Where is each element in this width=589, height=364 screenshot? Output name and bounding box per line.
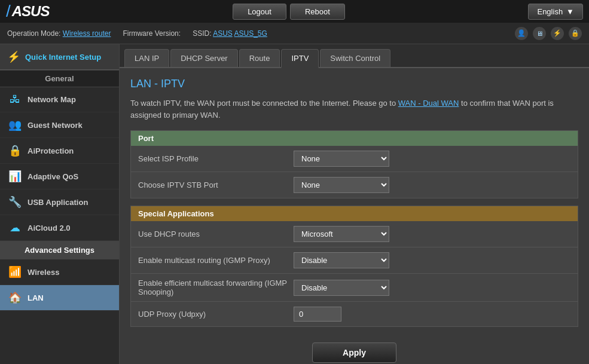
general-section-header: General bbox=[0, 70, 119, 87]
sidebar-item-label: Wireless bbox=[28, 268, 59, 277]
lock-icon[interactable]: 🔒 bbox=[569, 27, 582, 40]
wireless-icon: 📶 bbox=[8, 265, 22, 279]
language-button[interactable]: English ▼ bbox=[528, 4, 583, 20]
info-left: Operation Mode: Wireless router Firmware… bbox=[7, 29, 267, 38]
select-isp-profile-control: None Manual Russia (Rostelecom) bbox=[294, 151, 570, 167]
tab-iptv[interactable]: IPTV bbox=[281, 49, 319, 68]
igmp-snooping-control: Disable Enable bbox=[294, 280, 570, 296]
ssid-5g-value[interactable]: ASUS_5G bbox=[234, 29, 267, 38]
usb-application-icon: 🔧 bbox=[8, 195, 22, 209]
top-bar: / ASUS Logout Reboot English ▼ bbox=[0, 0, 589, 23]
sidebar-item-aicloud[interactable]: ☁ AiCloud 2.0 bbox=[0, 215, 119, 241]
udp-proxy-input[interactable] bbox=[294, 307, 341, 322]
tab-bar: LAN IP DHCP Server Route IPTV Switch Con… bbox=[120, 44, 589, 68]
quick-internet-setup[interactable]: ⚡ Quick Internet Setup bbox=[0, 44, 119, 70]
advanced-settings-header: Advanced Settings bbox=[0, 241, 119, 259]
igmp-snooping-row: Enable efficient multicast forwarding (I… bbox=[131, 274, 578, 302]
info-bar: Operation Mode: Wireless router Firmware… bbox=[0, 23, 589, 44]
sidebar-item-guest-network[interactable]: 👥 Guest Network bbox=[0, 112, 119, 138]
igmp-proxy-control: Disable Enable bbox=[294, 252, 570, 268]
ssid-info: SSID: ASUS ASUS_5G bbox=[193, 29, 267, 38]
special-applications-section: Special Applications Use DHCP routes Mic… bbox=[130, 206, 578, 327]
aiprotection-icon: 🔒 bbox=[8, 144, 22, 157]
sidebar-item-label: AiCloud 2.0 bbox=[28, 224, 71, 233]
apply-row: Apply bbox=[130, 334, 578, 364]
wan-dual-wan-link[interactable]: WAN - Dual WAN bbox=[398, 99, 459, 108]
page-content: LAN - IPTV To watch IPTV, the WAN port m… bbox=[120, 68, 589, 364]
user-icon[interactable]: 👤 bbox=[515, 27, 528, 40]
logo-text: ASUS bbox=[12, 3, 50, 20]
lan-icon: 🏠 bbox=[8, 291, 22, 304]
use-dhcp-routes-control: Microsoft No Yes bbox=[294, 226, 570, 242]
sidebar-item-label: Guest Network bbox=[28, 121, 83, 130]
usb-icon[interactable]: ⚡ bbox=[551, 27, 564, 40]
info-right: 👤 🖥 ⚡ 🔒 bbox=[515, 27, 582, 40]
top-buttons: Logout Reboot bbox=[233, 4, 345, 20]
sidebar-item-network-map[interactable]: 🖧 Network Map bbox=[0, 87, 119, 112]
main-layout: ⚡ Quick Internet Setup General 🖧 Network… bbox=[0, 44, 589, 364]
quick-setup-icon: ⚡ bbox=[7, 50, 20, 63]
select-isp-profile-input[interactable]: None Manual Russia (Rostelecom) bbox=[294, 151, 389, 167]
select-isp-profile-row: Select ISP Profile None Manual Russia (R… bbox=[131, 146, 578, 172]
sidebar-item-usb-application[interactable]: 🔧 USB Application bbox=[0, 189, 119, 215]
igmp-snooping-label: Enable efficient multicast forwarding (I… bbox=[138, 279, 294, 296]
chevron-down-icon: ▼ bbox=[566, 7, 574, 16]
operation-mode-label: Operation Mode: Wireless router bbox=[7, 29, 111, 38]
language-selector[interactable]: English ▼ bbox=[528, 4, 583, 20]
choose-iptv-stb-port-control: None LAN1 LAN2 LAN3 LAN4 bbox=[294, 177, 570, 193]
use-dhcp-routes-label: Use DHCP routes bbox=[138, 230, 294, 238]
aicloud-icon: ☁ bbox=[8, 221, 22, 234]
igmp-proxy-input[interactable]: Disable Enable bbox=[294, 252, 389, 268]
sidebar: ⚡ Quick Internet Setup General 🖧 Network… bbox=[0, 44, 120, 364]
tab-switch-control[interactable]: Switch Control bbox=[320, 49, 390, 67]
sidebar-item-aiprotection[interactable]: 🔒 AiProtection bbox=[0, 138, 119, 164]
content-area: LAN IP DHCP Server Route IPTV Switch Con… bbox=[120, 44, 589, 364]
choose-iptv-stb-port-input[interactable]: None LAN1 LAN2 LAN3 LAN4 bbox=[294, 177, 389, 193]
igmp-proxy-label: Enable multicast routing (IGMP Proxy) bbox=[138, 256, 294, 265]
apply-button[interactable]: Apply bbox=[312, 342, 396, 363]
udp-proxy-label: UDP Proxy (Udpxy) bbox=[138, 310, 294, 319]
use-dhcp-routes-input[interactable]: Microsoft No Yes bbox=[294, 226, 389, 242]
udp-proxy-row: UDP Proxy (Udpxy) bbox=[131, 302, 578, 326]
logo: / ASUS bbox=[6, 2, 49, 21]
select-isp-profile-label: Select ISP Profile bbox=[138, 154, 294, 163]
tab-lan-ip[interactable]: LAN IP bbox=[124, 49, 169, 67]
sidebar-item-label: USB Application bbox=[28, 198, 88, 207]
port-section-title: Port bbox=[131, 131, 578, 146]
use-dhcp-routes-row: Use DHCP routes Microsoft No Yes bbox=[131, 221, 578, 247]
sidebar-item-label: Adaptive QoS bbox=[28, 172, 78, 181]
igmp-snooping-input[interactable]: Disable Enable bbox=[294, 280, 389, 296]
udp-proxy-control bbox=[294, 307, 570, 322]
tab-dhcp-server[interactable]: DHCP Server bbox=[170, 49, 238, 67]
special-applications-title: Special Applications bbox=[131, 206, 578, 221]
firmware-label: Firmware Version: bbox=[123, 29, 181, 38]
language-label: English bbox=[537, 7, 563, 16]
choose-iptv-stb-port-row: Choose IPTV STB Port None LAN1 LAN2 LAN3… bbox=[131, 172, 578, 198]
igmp-proxy-row: Enable multicast routing (IGMP Proxy) Di… bbox=[131, 247, 578, 274]
sidebar-item-adaptive-qos[interactable]: 📊 Adaptive QoS bbox=[0, 164, 119, 189]
page-title: LAN - IPTV bbox=[130, 78, 578, 90]
reboot-button[interactable]: Reboot bbox=[290, 4, 345, 20]
network-map-icon: 🖧 bbox=[8, 93, 22, 106]
logout-button[interactable]: Logout bbox=[233, 4, 286, 20]
choose-iptv-stb-port-label: Choose IPTV STB Port bbox=[138, 181, 294, 189]
tab-route[interactable]: Route bbox=[239, 49, 280, 67]
guest-network-icon: 👥 bbox=[8, 118, 22, 131]
adaptive-qos-icon: 📊 bbox=[8, 170, 22, 183]
operation-mode-value[interactable]: Wireless router bbox=[63, 29, 111, 38]
sidebar-item-label: AiProtection bbox=[28, 146, 74, 155]
sidebar-item-label: LAN bbox=[28, 293, 44, 302]
sidebar-item-lan[interactable]: 🏠 LAN bbox=[0, 285, 119, 311]
sidebar-item-wireless[interactable]: 📶 Wireless bbox=[0, 259, 119, 285]
network-icon[interactable]: 🖥 bbox=[533, 27, 546, 40]
logo-slash: / bbox=[6, 2, 11, 21]
ssid-value[interactable]: ASUS bbox=[213, 29, 233, 38]
sidebar-item-label: Network Map bbox=[28, 95, 76, 104]
info-text: To watch IPTV, the WAN port must be conn… bbox=[130, 97, 578, 121]
port-section: Port Select ISP Profile None Manual Russ… bbox=[130, 130, 578, 198]
quick-setup-label: Quick Internet Setup bbox=[25, 53, 101, 62]
